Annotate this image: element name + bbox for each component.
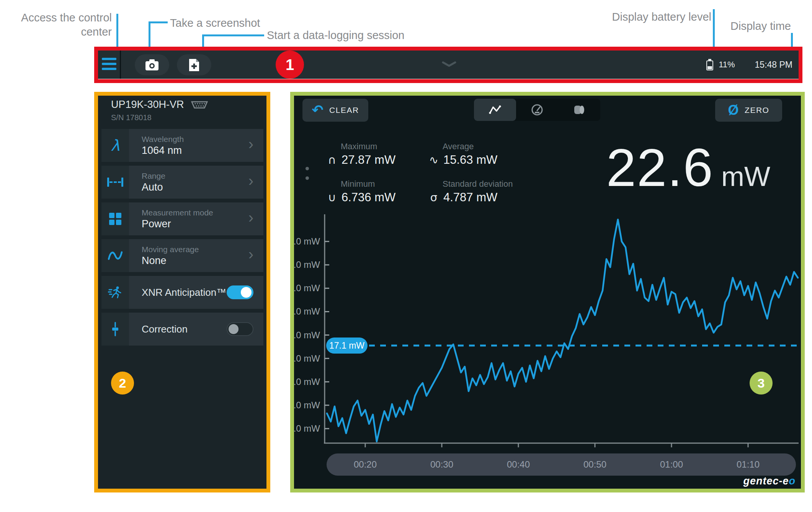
stat-average: Average ∿15.63 mW	[428, 142, 554, 167]
device-name: UP19K-30H-VR	[111, 99, 184, 111]
correction-toggle[interactable]	[227, 322, 253, 336]
threshold-badge-label: 17.1 mW	[329, 341, 364, 351]
setting-label: Wavelength	[142, 134, 263, 144]
setting-value: Power	[142, 218, 263, 230]
y-tick-label: 12.0 mW	[294, 400, 320, 410]
stat-value: 4.787 mW	[443, 191, 497, 204]
battery-icon[interactable]	[706, 59, 713, 70]
stats-drag-handle[interactable]	[306, 167, 309, 186]
power-trace-line	[327, 220, 798, 442]
x-tick-label: 00:40	[501, 459, 536, 470]
measurement-mode-icon	[101, 202, 129, 235]
datalog-button[interactable]	[177, 54, 211, 75]
camera-icon	[145, 59, 159, 71]
setting-row-correction[interactable]: Correction	[101, 313, 263, 346]
tab-gauge-view[interactable]	[516, 99, 558, 121]
time-scrollbar[interactable]	[327, 453, 796, 476]
menu-icon[interactable]	[102, 58, 116, 72]
divider	[120, 51, 121, 79]
annotation-text: Access the control	[11, 11, 112, 25]
annotation-badge-2: 2	[111, 372, 134, 395]
topbar: 11% 15:48 PM	[98, 51, 799, 79]
y-tick-label: 22.0 mW	[294, 283, 320, 293]
stat-label: Maximum	[341, 142, 428, 152]
chevron-right-icon: ›	[248, 135, 253, 153]
battery-percent: 11%	[719, 60, 735, 70]
statistics-block: Maximum ∩27.87 mW Average ∿15.63 mW Mini…	[326, 142, 554, 204]
stat-value: 15.63 mW	[443, 153, 497, 167]
x-tick-label: 01:10	[731, 459, 765, 470]
gauge-icon	[531, 103, 544, 116]
display-mode-tabs	[474, 99, 600, 121]
setting-row-range[interactable]: Range Auto ›	[101, 166, 263, 199]
y-tick-label: 18.0 mW	[294, 330, 320, 340]
detector-icon	[573, 104, 586, 115]
topbar-status: 11% 15:48 PM	[706, 51, 792, 79]
undo-icon: ↶	[312, 103, 324, 117]
setting-row-measurement-mode[interactable]: Measurement mode Power ›	[101, 202, 263, 235]
annotation-time: Display time	[726, 19, 791, 33]
measurement-panel: ↶ CLEAR	[294, 96, 801, 489]
average-icon: ∿	[428, 153, 439, 166]
stat-value: 27.87 mW	[341, 153, 395, 167]
y-tick-label: 24.0 mW	[294, 259, 320, 270]
minimum-icon: ∪	[326, 191, 338, 204]
annotation-badge-3: 3	[750, 372, 773, 395]
wavelength-icon: λ	[101, 129, 129, 162]
clear-button[interactable]: ↶ CLEAR	[302, 99, 368, 122]
line-chart-icon	[489, 104, 502, 115]
annotation-battery: Display battery level	[597, 10, 711, 24]
reading-value: 22.6	[606, 141, 714, 194]
moving-average-icon	[101, 239, 129, 272]
annotation-badge-1: 1	[276, 51, 304, 79]
stat-value: 6.736 mW	[341, 191, 395, 204]
tab-chart-view[interactable]	[474, 99, 516, 121]
xnr-anticipation-toggle[interactable]	[227, 285, 253, 299]
reading-unit: mW	[721, 161, 770, 192]
annotation-control-center: Access the control center	[11, 11, 112, 39]
stat-std-deviation: Standard deviation σ4.787 mW	[428, 179, 554, 204]
setting-label: Range	[142, 171, 263, 181]
stat-minimum: Minimum ∪6.736 mW	[326, 179, 428, 204]
logo-accent: o	[789, 475, 796, 487]
badge-number: 2	[119, 376, 126, 391]
zero-button[interactable]: Ø ZERO	[715, 99, 782, 122]
badge-number: 1	[286, 56, 294, 73]
chevron-right-icon: ›	[248, 246, 253, 263]
annotation-datalog: Start a data-logging session	[267, 28, 405, 42]
connector-icon	[190, 100, 209, 109]
stat-label: Minimum	[341, 179, 428, 189]
sigma-icon: σ	[428, 191, 439, 204]
logo-text: gentec-e	[743, 475, 789, 487]
current-reading: 22.6 mW	[606, 141, 770, 194]
annotated-screenshot: Access the control center Take a screens…	[0, 0, 812, 512]
screenshot-button[interactable]	[135, 54, 169, 75]
maximum-icon: ∩	[326, 153, 338, 166]
tab-detector-view[interactable]	[558, 99, 600, 121]
expand-bar-chevron[interactable]	[442, 61, 456, 69]
setting-row-moving-average[interactable]: Moving average None ›	[101, 239, 263, 272]
device-serial: S/N 178018	[111, 113, 152, 122]
stat-maximum: Maximum ∩27.87 mW	[326, 142, 428, 167]
x-tick-label: 00:50	[578, 459, 612, 470]
callout-line-datalog-h	[202, 34, 264, 36]
zero-label: ZERO	[745, 106, 769, 115]
clock-time[interactable]: 15:48 PM	[755, 60, 792, 70]
annotation-screenshot: Take a screenshot	[170, 16, 260, 30]
setting-value: None	[142, 254, 263, 267]
power-trace-chart: 26.0 mW24.0 mW22.0 mW20.0 mW18.0 mW16.0 …	[294, 210, 801, 452]
y-tick-label: 26.0 mW	[294, 236, 320, 246]
chevron-right-icon: ›	[248, 209, 253, 226]
annotation-text: center	[11, 25, 112, 39]
correction-slider-icon	[101, 313, 129, 346]
setting-row-wavelength[interactable]: λ Wavelength 1064 nm ›	[101, 129, 263, 162]
stat-label: Standard deviation	[443, 179, 554, 189]
setting-label: Measurement mode	[142, 208, 263, 218]
new-file-icon	[188, 58, 200, 72]
y-tick-label: 10.0 mW	[294, 423, 320, 434]
chevron-right-icon: ›	[248, 172, 253, 189]
clear-label: CLEAR	[329, 106, 359, 115]
setting-value: 1064 nm	[142, 144, 263, 157]
stat-label: Average	[443, 142, 554, 152]
setting-row-xnr-anticipation[interactable]: XNR Anticipation™	[101, 276, 263, 309]
